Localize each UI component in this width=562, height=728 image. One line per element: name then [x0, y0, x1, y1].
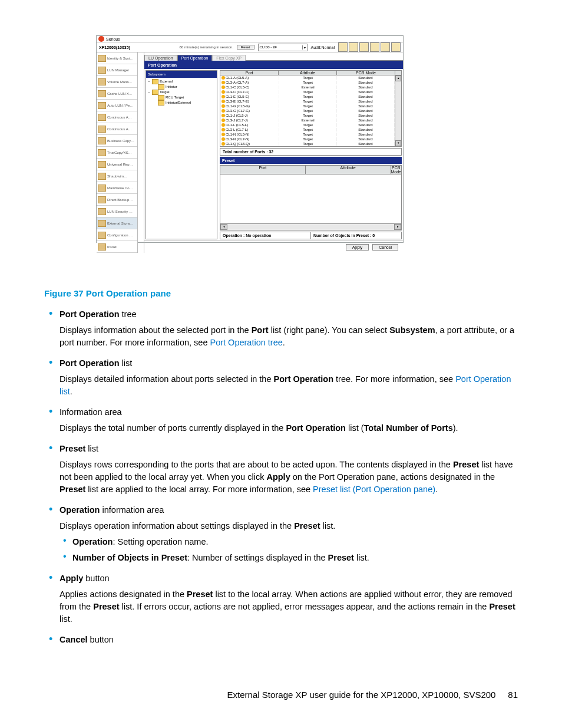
audit-status: Audit:Normal: [311, 45, 335, 50]
doc-link[interactable]: Preset list (Port Operation pane): [313, 485, 435, 494]
sidebar: Identity & Syst…LUN ManagerVolume Mana…C…: [97, 52, 144, 253]
total-ports-info: Total number of Ports : 32: [220, 148, 402, 156]
section-header: Port Operation: [144, 61, 403, 69]
toolbar: XP12000(10035) 60 minute(s) remaining in…: [97, 42, 403, 52]
bullet-item: Port Operation listDisplays detailed inf…: [44, 357, 518, 398]
table-row[interactable]: CL1-J (CL5-J)TargetStandard: [220, 113, 395, 118]
table-row[interactable]: CL3-G (CL7-G)TargetStandard: [220, 108, 395, 113]
sidebar-item[interactable]: Auto LUN / Pe…: [97, 100, 137, 111]
sidebar-item[interactable]: Install: [97, 241, 137, 253]
folder-icon: [158, 95, 164, 100]
sidebar-item[interactable]: Volume Mana…: [97, 76, 137, 88]
table-row[interactable]: CL1-A (CL5-A)TargetStandard: [220, 75, 395, 80]
sidebar-item[interactable]: Mainframe Co…: [97, 182, 137, 194]
table-row[interactable]: CL3-N (CL7-N)TargetStandard: [220, 137, 395, 141]
cancel-button[interactable]: Cancel: [372, 244, 398, 251]
bullet-item: Apply buttonApplies actions designated i…: [44, 572, 518, 625]
tool-icon-1[interactable]: [338, 42, 348, 52]
apply-button[interactable]: Apply: [346, 244, 369, 251]
sidebar-item[interactable]: External Stora…: [97, 218, 137, 229]
tab-lu-operation[interactable]: LU Operation: [144, 55, 177, 61]
folder-icon: [98, 67, 106, 74]
port-status-icon: [222, 90, 225, 94]
sidebar-item[interactable]: Configuration …: [97, 229, 137, 241]
tree-item[interactable]: RCU Target: [147, 95, 216, 100]
main-panel: LU Operation Port Operation Flex Copy XP…: [144, 52, 403, 253]
tool-icon-6[interactable]: [391, 42, 401, 52]
table-row[interactable]: CL3-J (CL7-J)ExternalStandard: [220, 118, 395, 123]
folder-icon: [98, 208, 106, 215]
sidebar-item[interactable]: Universal Rep…: [97, 159, 137, 170]
app-icon: [98, 36, 104, 42]
sidebar-scrollbar[interactable]: [137, 52, 144, 253]
sidebar-item[interactable]: Cache LUN X…: [97, 88, 137, 100]
cu-dropdown-value: CU:00 - 3F: [260, 45, 277, 49]
page-footer: External Storage XP user guide for the X…: [0, 690, 518, 700]
sidebar-item[interactable]: Direct Backup…: [97, 194, 137, 206]
figure-caption: Figure 37 Port Operation pane: [44, 287, 518, 300]
folder-icon: [98, 78, 106, 85]
tree-item[interactable]: Initiator: [147, 84, 216, 90]
sidebar-item[interactable]: Identity & Syst…: [97, 52, 137, 64]
table-row[interactable]: CL1-C (CL5-C)ExternalStandard: [220, 85, 395, 90]
sidebar-item[interactable]: TrueCopy/XS…: [97, 147, 137, 159]
sidebar-item[interactable]: Shadowim…: [97, 170, 137, 182]
table-row[interactable]: CL3-A (CL7-A)TargetStandard: [220, 80, 395, 85]
col-attribute[interactable]: Attribute: [279, 71, 337, 75]
table-row[interactable]: CL1-N (CL5-N)TargetStandard: [220, 132, 395, 137]
reset-button[interactable]: Reset: [237, 45, 254, 50]
sidebar-item[interactable]: Business Copy…: [97, 135, 137, 147]
chevron-down-icon: ▾: [302, 45, 306, 50]
preset-col-port[interactable]: Port: [220, 166, 306, 174]
bullet-item: Preset listDisplays rows corresponding t…: [44, 443, 518, 496]
tool-icon-3[interactable]: [359, 42, 369, 52]
app-title: Serious: [106, 37, 120, 41]
table-row[interactable]: CL3-C (CL7-C)TargetStandard: [220, 90, 395, 94]
port-status-icon: [222, 76, 225, 80]
table-row[interactable]: CL1-G (CL5-G)TargetStandard: [220, 104, 395, 108]
col-port[interactable]: Port: [220, 71, 279, 75]
tree-item[interactable]: −Target: [147, 90, 216, 95]
table-row[interactable]: CL1-Q (CL5-Q)TargetStandard: [220, 141, 395, 146]
folder-icon: [152, 79, 158, 84]
preset-header: Preset: [220, 157, 402, 164]
tool-icon-2[interactable]: [349, 42, 358, 52]
col-pcbmode[interactable]: PCB Mode: [337, 71, 395, 75]
cu-dropdown[interactable]: CU:00 - 3F ▾: [258, 44, 308, 51]
port-grid: Port Attribute PCB Mode CL1-A (CL5-A)Tar…: [220, 70, 402, 147]
preset-count-label: Number of Objects in Preset : 0: [311, 232, 401, 239]
folder-icon: [98, 126, 106, 133]
tab-flex-copy[interactable]: Flex Copy XP: [212, 55, 246, 61]
table-row[interactable]: CL3-L (CL7-L)TargetStandard: [220, 127, 395, 132]
subsystem-id: XP12000(10035): [99, 45, 130, 50]
sidebar-item[interactable]: LUN Security …: [97, 206, 137, 218]
grid-scrollbar[interactable]: ▴▾: [395, 75, 401, 146]
tab-bar: LU Operation Port Operation Flex Copy XP: [144, 52, 403, 61]
table-row[interactable]: CL3-E (CL7-E)TargetStandard: [220, 99, 395, 104]
sidebar-item[interactable]: Continuous A…: [97, 123, 137, 135]
preset-col-attribute[interactable]: Attribute: [306, 166, 391, 174]
preset-col-pcbmode[interactable]: PCB Mode: [391, 166, 402, 174]
doc-link[interactable]: Port Operation tree: [210, 338, 282, 347]
preset-h-scrollbar[interactable]: ◂▸: [220, 223, 401, 230]
table-row[interactable]: CL1-L (CL5-L)TargetStandard: [220, 123, 395, 127]
folder-icon: [98, 232, 106, 239]
tool-icon-5[interactable]: [381, 42, 390, 52]
port-status-icon: [222, 95, 225, 98]
sub-bullet: Number of Objects in Preset: Number of s…: [59, 552, 518, 564]
sidebar-item[interactable]: LUN Manager: [97, 64, 137, 76]
folder-icon: [98, 90, 106, 97]
port-grid-header: Port Attribute PCB Mode: [220, 71, 401, 75]
table-row[interactable]: CL1-E (CL5-E)TargetStandard: [220, 94, 395, 99]
tool-icon-4[interactable]: [370, 42, 379, 52]
tab-port-operation[interactable]: Port Operation: [177, 55, 213, 61]
sub-bullet: Operation: Setting operation name.: [59, 536, 518, 548]
folder-icon: [158, 100, 164, 106]
sidebar-item[interactable]: Continuous A…: [97, 111, 137, 123]
port-status-icon: [222, 81, 225, 84]
port-status-icon: [222, 118, 225, 122]
tree-header: Subsystem: [146, 71, 217, 78]
tree-item[interactable]: Initiator/External: [147, 100, 216, 106]
tree-item[interactable]: −External: [147, 79, 216, 84]
toolbar-icons: [338, 42, 401, 52]
